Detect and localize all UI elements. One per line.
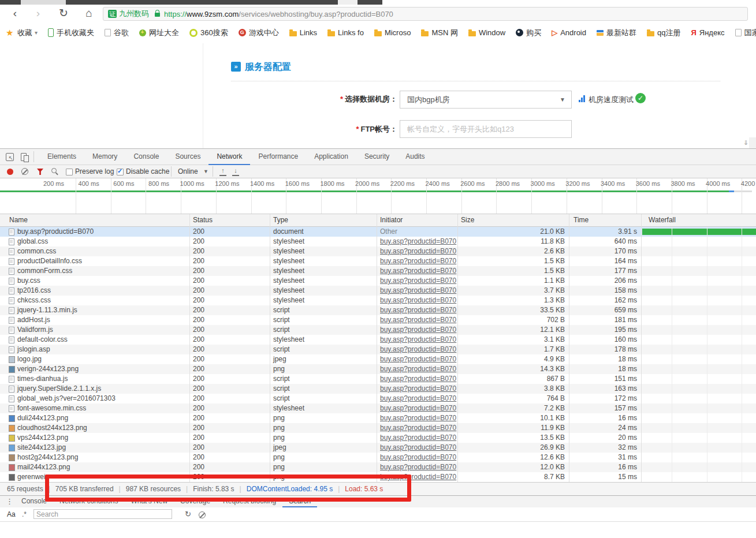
tab-elements[interactable]: Elements [39,149,84,165]
bookmark-item[interactable]: Android [552,28,586,37]
bookmark-item[interactable]: MSN 网 [421,28,458,38]
timeline-overview[interactable]: 200 ms400 ms600 ms800 ms1000 ms1200 ms14… [0,178,756,214]
table-row[interactable]: cloudhost244x123.png200pngbuy.asp?produc… [0,423,756,433]
ftp-account-input[interactable] [400,120,572,138]
cell-initiator[interactable]: buy.asp?productid=B070 [380,246,456,256]
table-row[interactable]: Validform.js200scriptbuy.asp?productid=B… [0,325,756,335]
table-row[interactable]: duli244x123.png200pngbuy.asp?productid=B… [0,413,756,423]
match-case-toggle[interactable]: Aa [7,507,16,521]
tab-application[interactable]: Application [306,149,356,165]
refresh-icon[interactable] [185,507,191,521]
column-header-name[interactable]: Name [9,214,28,226]
table-row[interactable]: common.css200stylesheetbuy.asp?productid… [0,246,756,256]
back-button[interactable]: ‹ [7,5,23,23]
inspect-element-icon[interactable] [6,153,14,161]
table-row[interactable]: times-dianhua.js200scriptbuy.asp?product… [0,374,756,384]
cell-initiator[interactable]: buy.asp?productid=B070 [380,305,456,315]
column-header-initiator[interactable]: Initiator [380,214,403,226]
bookmark-item[interactable]: 国家企业 [735,28,756,38]
clear-icon[interactable] [199,511,206,518]
cell-initiator[interactable]: buy.asp?productid=B070 [380,256,456,266]
cell-initiator[interactable]: buy.asp?productid=B070 [380,433,456,443]
bookmark-item[interactable]: 网址大全 [139,28,179,38]
tab-performance[interactable]: Performance [250,149,306,165]
cell-initiator[interactable]: buy.asp?productid=B070 [380,413,456,423]
column-header-time[interactable]: Time [573,214,589,226]
bookmark-item[interactable]: 360搜索 [189,28,228,38]
table-row[interactable]: jquery-1.11.3.min.js200scriptbuy.asp?pro… [0,305,756,315]
bookmark-item[interactable]: 游戏中心 [239,28,279,38]
address-bar[interactable]: 证 九州数码 https://www.9zsm.com/services/web… [103,7,748,21]
home-button[interactable]: ⌂ [81,5,97,23]
bookmark-item[interactable]: 谷歌 [105,28,129,38]
tab-security[interactable]: Security [356,149,397,165]
cell-initiator[interactable]: buy.asp?productid=B070 [380,423,456,433]
record-button[interactable] [7,169,13,175]
filter-icon[interactable] [37,169,43,175]
table-row[interactable]: addHost.js200scriptbuy.asp?productid=B07… [0,315,756,325]
cell-initiator[interactable]: buy.asp?productid=B070 [380,404,456,413]
search-input[interactable] [33,509,172,519]
bookmark-item[interactable]: Links fo [327,28,364,37]
table-row[interactable]: verign-244x123.png200pngbuy.asp?producti… [0,364,756,374]
cell-initiator[interactable]: buy.asp?productid=B070 [380,286,456,296]
cell-initiator[interactable]: buy.asp?productid=B070 [380,374,456,384]
regex-toggle[interactable]: .* [22,507,27,521]
table-row[interactable]: global_web.js?ver=2016071303200scriptbuy… [0,394,756,404]
cell-initiator[interactable]: buy.asp?productid=B070 [380,296,456,305]
download-tray-icon[interactable] [742,139,750,147]
bookmark-item[interactable]: Яндекс [691,28,724,37]
reload-button[interactable]: ↻ [55,5,72,23]
search-icon[interactable] [51,168,57,173]
cell-initiator[interactable]: buy.asp?productid=B070 [380,266,456,276]
tab-console[interactable]: Console [125,149,167,165]
speed-test-link[interactable]: 机房速度测试 [589,95,634,105]
table-row[interactable]: jquery.SuperSlide.2.1.1.x.js200scriptbuy… [0,384,756,394]
device-toolbar-icon[interactable] [21,153,27,161]
bookmark-item[interactable]: 最新站群 [597,28,636,38]
forward-button[interactable]: › [30,5,46,23]
bookmark-item[interactable]: 手机收藏夹 [48,28,94,38]
cell-initiator[interactable]: buy.asp?productid=B070 [380,354,456,364]
cell-initiator[interactable]: buy.asp?productid=B070 [380,443,456,453]
cell-initiator[interactable]: buy.asp?productid=B070 [380,394,456,404]
cell-initiator[interactable]: buy.asp?productid=B070 [380,462,456,472]
datacenter-select[interactable]: 国内bgp机房 ▼ [400,91,572,109]
table-row[interactable]: commonForm.css200stylesheetbuy.asp?produ… [0,266,756,276]
cell-initiator[interactable]: buy.asp?productid=B070 [380,237,456,246]
bookmark-item[interactable]: Window [468,28,505,37]
table-row[interactable]: site244x123.jpg200jpegbuy.asp?productid=… [0,443,756,453]
table-row[interactable]: jslogin.asp200scriptbuy.asp?productid=B0… [0,345,756,354]
table-row[interactable]: default-color.css200stylesheetbuy.asp?pr… [0,335,756,345]
import-har-icon[interactable]: ↑ [219,167,226,176]
cell-initiator[interactable]: buy.asp?productid=B070 [380,345,456,354]
table-row[interactable]: buy.css200stylesheetbuy.asp?productid=B0… [0,276,756,286]
column-header-waterfall[interactable]: Waterfall [649,214,676,226]
column-header-status[interactable]: Status [193,214,213,226]
table-row[interactable]: global.css200stylesheetbuy.asp?productid… [0,237,756,246]
cell-initiator[interactable]: buy.asp?productid=B070 [380,335,456,345]
bookmark-item[interactable]: 购买 [516,28,541,38]
clear-icon[interactable] [21,168,28,175]
throttling-select[interactable]: Online [178,165,198,178]
column-header-size[interactable]: Size [461,214,474,226]
tab-sources[interactable]: Sources [167,149,208,165]
cell-initiator[interactable]: buy.asp?productid=B070 [380,384,456,394]
tab-memory[interactable]: Memory [84,149,125,165]
more-options-icon[interactable] [6,496,13,507]
column-header-type[interactable]: Type [273,214,288,226]
table-row[interactable]: chkcss.css200stylesheetbuy.asp?productid… [0,296,756,305]
table-row[interactable]: host2g244x123.png200pngbuy.asp?productid… [0,453,756,462]
bookmark-item[interactable]: Links [289,28,317,37]
tab-audits[interactable]: Audits [397,149,433,165]
cell-initiator[interactable]: buy.asp?productid=B070 [380,453,456,462]
bookmark-item[interactable]: 收藏▾ [6,28,38,38]
cell-initiator[interactable]: buy.asp?productid=B070 [380,276,456,286]
export-har-icon[interactable]: ↓ [232,167,239,176]
preserve-log-checkbox[interactable] [66,169,73,175]
table-row[interactable]: font-awesome.min.css200stylesheetbuy.asp… [0,404,756,413]
table-row[interactable]: buy.asp?productid=B070200documentOther21… [0,227,756,237]
cell-initiator[interactable]: buy.asp?productid=B070 [380,364,456,374]
cell-initiator[interactable]: buy.asp?productid=B070 [380,315,456,325]
bookmark-item[interactable]: Microso [374,28,411,37]
